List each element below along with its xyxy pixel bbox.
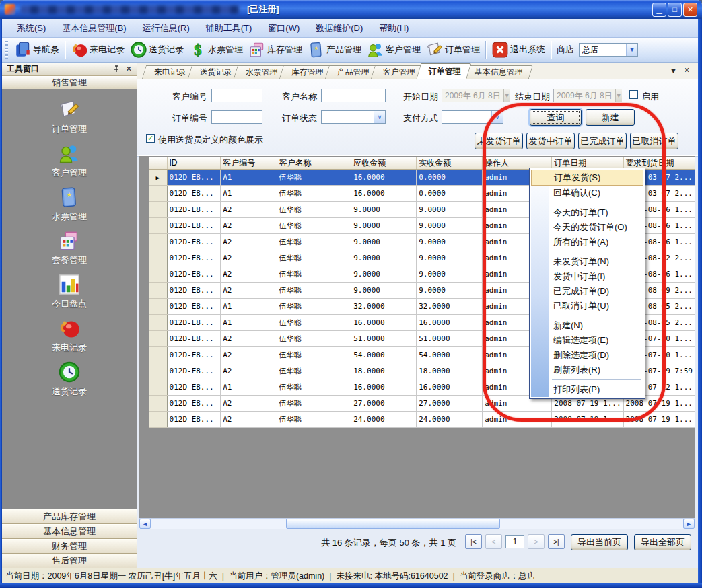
scroll-right-icon[interactable]: ► [683,519,695,529]
tab-close-icon[interactable]: ✕ [684,66,690,75]
chevron-down-icon[interactable]: ▼ [626,44,637,56]
toolbar-button-order[interactable]: 订单管理 [423,40,483,60]
sidebar-item-chart[interactable]: 今日盘点 [52,273,87,310]
toolbar-button-customer[interactable]: 客户管理 [364,40,423,60]
toolbar-button-dollar[interactable]: $水票管理 [186,40,246,60]
row-selector-cell[interactable] [149,250,167,266]
next-page-button[interactable]: > [528,534,545,549]
status-filter-button[interactable]: 未发货订单 [475,133,523,149]
context-menu-item[interactable]: 删除选定项(D) [531,348,643,363]
row-selector-cell[interactable] [149,331,167,347]
chevron-down-icon[interactable]: ▼ [503,89,510,102]
tab-基本信息管理[interactable]: 基本信息管理 [462,65,533,79]
menubar-item[interactable]: 基本信息管理(B) [54,20,134,37]
context-menu-item[interactable]: 所有的订单(A) [531,235,643,250]
sidebar-item-inventory[interactable]: 套餐管理 [52,229,87,266]
chevron-down-icon[interactable]: ∨ [374,111,385,123]
context-menu-item[interactable]: 订单发货(S) [531,170,643,186]
sidebar-section-bar[interactable]: 基本信息管理 [2,524,137,539]
chevron-down-icon[interactable]: ▼ [615,89,622,102]
toolbar-button-navigator[interactable]: 导航条 [11,40,62,60]
sidebar-section-sales[interactable]: 销售管理 [2,76,137,89]
row-selector-cell[interactable] [149,202,167,218]
export-all-pages-button[interactable]: 导出全部页 [634,534,691,550]
close-button[interactable]: ✕ [683,3,697,17]
row-selector-cell[interactable] [149,234,167,250]
horizontal-scrollbar[interactable]: ◄ ► [139,518,695,529]
context-menu-item[interactable]: 发货中订单(I) [531,269,643,284]
end-date-picker[interactable]: 2009年 6月 8日 ▼ [553,89,615,102]
shop-combobox[interactable]: 总店▼ [579,43,638,57]
menubar-item[interactable]: 系统(S) [9,20,54,37]
menubar-item[interactable]: 数据维护(D) [308,20,371,37]
order-status-select[interactable]: ∨ [321,110,386,124]
context-menu-item[interactable]: 今天的发货订单(O) [531,220,643,235]
row-selector-cell[interactable] [149,266,167,283]
start-date-picker[interactable]: 2009年 6月 8日 ▼ [442,89,503,102]
row-selector-cell[interactable] [149,218,167,234]
toolbar-grip[interactable] [5,41,8,59]
sidebar-section-bar[interactable]: 财务管理 [2,539,137,554]
status-filter-button[interactable]: 发货中订单 [526,133,575,149]
menubar-item[interactable]: 运行信息(R) [135,20,198,37]
menubar-item[interactable]: 辅助工具(T) [198,20,260,37]
toolbar-button-bell[interactable]: 来电记录 [68,40,127,60]
sidebar-item-book[interactable]: ★水票管理 [52,186,87,223]
page-number-input[interactable]: 1 [505,535,524,548]
row-selector-cell[interactable] [149,396,167,412]
status-filter-button[interactable]: 已取消订单 [630,133,678,149]
row-selector-cell[interactable] [149,283,167,299]
row-selector-cell[interactable] [149,412,167,428]
export-current-page-button[interactable]: 导出当前页 [571,534,628,550]
tab-订单管理[interactable]: 订单管理 [416,63,471,79]
query-button[interactable]: 查询 [530,109,582,126]
tab-dropdown-icon[interactable]: ▼ [670,67,677,75]
sidebar-item-customer[interactable]: 客户管理 [52,142,87,179]
menubar-item[interactable]: 窗口(W) [260,20,308,37]
courier-color-checkbox[interactable]: ✓ [146,134,155,143]
minimize-button[interactable]: ▁ [652,3,666,17]
column-header[interactable]: 客户名称 [277,157,351,170]
row-selector-cell[interactable]: ▶ [149,170,167,186]
column-header[interactable]: 实收金额 [417,157,483,170]
table-row[interactable]: 012D-E8...A2伍华聪24.000024.0000admin2008-0… [149,412,695,428]
context-menu-item[interactable]: 未发货订单(N) [531,254,643,269]
sidebar-item-bell[interactable]: 来电记录 [52,317,87,354]
customer-name-input[interactable] [321,89,386,102]
column-header[interactable]: 客户编号 [221,157,277,170]
context-menu-item[interactable]: 新建(N) [531,318,643,333]
last-page-button[interactable]: >| [548,534,565,549]
row-selector-cell[interactable] [149,315,167,331]
status-filter-button[interactable]: 已完成订单 [578,133,627,149]
context-menu-item[interactable]: 刷新列表(R) [531,363,643,377]
scrollbar-thumb[interactable] [286,519,500,529]
column-header[interactable]: ID [167,157,221,170]
context-menu-item[interactable]: 编辑选定项(E) [531,333,643,348]
row-selector-cell[interactable] [149,186,167,202]
row-selector-cell[interactable] [149,363,167,379]
toolbar-button-exit[interactable]: 退出系统 [489,40,548,60]
customer-no-input[interactable] [211,89,262,102]
first-page-button[interactable]: |< [465,534,482,549]
row-selector-cell[interactable] [149,347,167,363]
context-menu-item[interactable]: 打印列表(P) [531,382,643,397]
order-no-input[interactable] [211,110,262,124]
sidebar-section-bar[interactable]: 售后管理 [2,554,137,568]
context-menu-item[interactable]: 已完成订单(D) [531,284,643,299]
sidebar-item-order[interactable]: 订单管理 [52,98,87,135]
enable-checkbox[interactable] [629,90,638,99]
column-header[interactable]: 应收金额 [351,157,417,170]
row-selector-cell[interactable] [149,299,167,315]
pin-icon[interactable] [113,65,120,73]
context-menu-item[interactable]: 今天的订单(T) [531,205,643,220]
sidebar-section-bar[interactable]: 产品库存管理 [2,509,137,524]
scroll-left-icon[interactable]: ◄ [139,519,151,529]
toolbar-button-clock[interactable]: 送货记录 [127,40,186,60]
row-selector-cell[interactable] [149,379,167,396]
tool-window-close-icon[interactable]: ✕ [126,65,132,73]
pay-method-select[interactable]: ∨ [442,110,503,124]
maximize-button[interactable]: □ [668,3,682,17]
chevron-down-icon[interactable]: ∨ [491,111,503,123]
toolbar-button-book[interactable]: ★产品管理 [305,40,364,60]
context-menu-item[interactable]: 回单确认(C) [531,186,643,200]
